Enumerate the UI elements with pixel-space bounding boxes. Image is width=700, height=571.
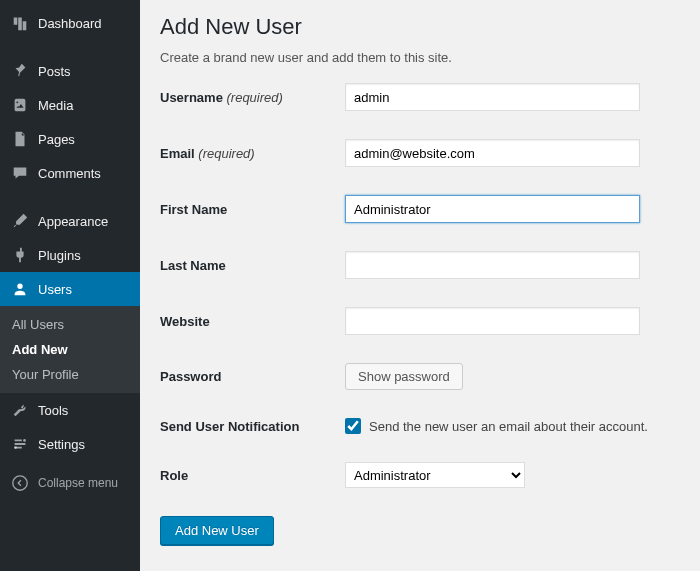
page-description: Create a brand new user and add them to … xyxy=(160,50,680,65)
collapse-label: Collapse menu xyxy=(38,476,118,490)
row-firstname: First Name xyxy=(160,195,680,223)
label-password: Password xyxy=(160,369,345,384)
label-email: Email (required) xyxy=(160,146,345,161)
label-notification: Send User Notification xyxy=(160,419,345,434)
submenu-all-users[interactable]: All Users xyxy=(0,312,140,337)
media-icon xyxy=(10,95,30,115)
sidebar-item-tools[interactable]: Tools xyxy=(0,393,140,427)
settings-icon xyxy=(10,434,30,454)
submenu-your-profile[interactable]: Your Profile xyxy=(0,362,140,387)
sidebar-label: Pages xyxy=(38,132,75,147)
plugin-icon xyxy=(10,245,30,265)
role-select[interactable]: Administrator xyxy=(345,462,525,488)
admin-sidebar: Dashboard Posts Media Pages Comments App… xyxy=(0,0,140,571)
sidebar-item-pages[interactable]: Pages xyxy=(0,122,140,156)
brush-icon xyxy=(10,211,30,231)
sidebar-label: Appearance xyxy=(38,214,108,229)
page-icon xyxy=(10,129,30,149)
sidebar-label: Users xyxy=(38,282,72,297)
svg-point-1 xyxy=(14,446,17,449)
sidebar-item-comments[interactable]: Comments xyxy=(0,156,140,190)
firstname-input[interactable] xyxy=(345,195,640,223)
collapse-menu[interactable]: Collapse menu xyxy=(0,465,140,501)
users-submenu: All Users Add New Your Profile xyxy=(0,306,140,393)
collapse-icon xyxy=(10,473,30,493)
label-role: Role xyxy=(160,468,345,483)
sidebar-label: Settings xyxy=(38,437,85,452)
row-username: Username (required) xyxy=(160,83,680,111)
notification-text: Send the new user an email about their a… xyxy=(369,419,648,434)
email-input[interactable] xyxy=(345,139,640,167)
label-firstname: First Name xyxy=(160,202,345,217)
sidebar-label: Plugins xyxy=(38,248,81,263)
svg-point-0 xyxy=(23,439,26,442)
sidebar-item-settings[interactable]: Settings xyxy=(0,427,140,461)
submenu-add-new[interactable]: Add New xyxy=(0,337,140,362)
show-password-button[interactable]: Show password xyxy=(345,363,463,390)
current-arrow-icon xyxy=(140,281,148,297)
comments-icon xyxy=(10,163,30,183)
row-notification: Send User Notification Send the new user… xyxy=(160,418,680,434)
sidebar-label: Media xyxy=(38,98,73,113)
notification-checkbox[interactable] xyxy=(345,418,361,434)
sidebar-label: Tools xyxy=(38,403,68,418)
sidebar-item-media[interactable]: Media xyxy=(0,88,140,122)
tools-icon xyxy=(10,400,30,420)
row-password: Password Show password xyxy=(160,363,680,390)
sidebar-item-users[interactable]: Users xyxy=(0,272,140,306)
sidebar-label: Comments xyxy=(38,166,101,181)
svg-point-2 xyxy=(13,476,27,490)
label-username: Username (required) xyxy=(160,90,345,105)
website-input[interactable] xyxy=(345,307,640,335)
sidebar-item-posts[interactable]: Posts xyxy=(0,54,140,88)
sidebar-item-appearance[interactable]: Appearance xyxy=(0,204,140,238)
username-input[interactable] xyxy=(345,83,640,111)
row-website: Website xyxy=(160,307,680,335)
sidebar-label: Dashboard xyxy=(38,16,102,31)
sidebar-label: Posts xyxy=(38,64,71,79)
row-lastname: Last Name xyxy=(160,251,680,279)
row-email: Email (required) xyxy=(160,139,680,167)
lastname-input[interactable] xyxy=(345,251,640,279)
pin-icon xyxy=(10,61,30,81)
sidebar-item-plugins[interactable]: Plugins xyxy=(0,238,140,272)
label-lastname: Last Name xyxy=(160,258,345,273)
sidebar-item-dashboard[interactable]: Dashboard xyxy=(0,6,140,40)
users-icon xyxy=(10,279,30,299)
page-title: Add New User xyxy=(160,14,680,40)
add-new-user-button[interactable]: Add New User xyxy=(160,516,274,545)
label-website: Website xyxy=(160,314,345,329)
dashboard-icon xyxy=(10,13,30,33)
main-content: Add New User Create a brand new user and… xyxy=(140,0,700,571)
row-role: Role Administrator xyxy=(160,462,680,488)
